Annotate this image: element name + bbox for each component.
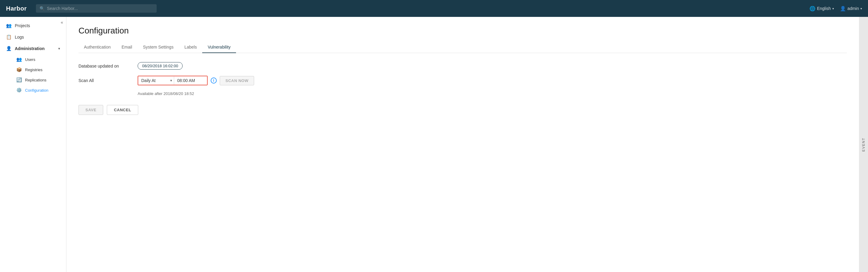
sidebar-item-logs[interactable]: 📋 Logs	[0, 31, 66, 43]
config-tabs: Authentication Email System Settings Lab…	[79, 42, 847, 53]
page-title: Configuration	[79, 26, 847, 36]
event-sidebar-tab[interactable]: EVENT	[859, 17, 868, 272]
tab-vulnerability[interactable]: Vulnerability	[202, 42, 236, 53]
top-navigation: Harbor 🔍 🌐 English ▾ 👤 admin ▾	[0, 0, 868, 17]
scan-time-input[interactable]	[174, 76, 207, 85]
app-body: « 👥 Projects 📋 Logs 👤 Administration ▾ 👥…	[0, 17, 868, 272]
users-icon: 👥	[16, 57, 22, 62]
sidebar-collapse-button[interactable]: «	[61, 20, 63, 25]
replications-icon: 🔄	[16, 77, 22, 82]
available-after-text: Available after 2018/08/20 18:52	[137, 91, 847, 96]
tab-system-settings[interactable]: System Settings	[137, 42, 179, 53]
language-label: English	[817, 6, 831, 11]
topnav-right: 🌐 English ▾ 👤 admin ▾	[809, 6, 862, 11]
user-label: admin	[847, 6, 859, 11]
sidebar-item-users-label: Users	[25, 57, 35, 62]
sidebar-item-projects-label: Projects	[15, 23, 30, 28]
scan-now-button[interactable]: SCAN NOW	[220, 76, 254, 86]
sidebar-item-configuration[interactable]: ⚙️ Configuration	[13, 85, 66, 95]
user-icon: 👤	[840, 6, 846, 11]
tab-email[interactable]: Email	[116, 42, 137, 53]
main-content: Configuration Authentication Email Syste…	[66, 17, 859, 272]
configuration-icon: ⚙️	[16, 88, 22, 93]
scan-frequency-select[interactable]: None Hourly Daily At Weekly	[138, 76, 168, 85]
language-chevron-icon: ▾	[832, 7, 834, 10]
globe-icon: 🌐	[809, 6, 815, 11]
sidebar-item-logs-label: Logs	[15, 35, 24, 39]
search-bar[interactable]: 🔍	[36, 4, 157, 13]
scan-all-row: Scan All None Hourly Daily At Weekly ▾ i…	[79, 76, 847, 86]
sidebar-item-configuration-label: Configuration	[25, 88, 48, 93]
scan-info-icon[interactable]: i	[211, 77, 217, 83]
action-buttons: SAVE CANCEL	[79, 105, 847, 115]
sidebar-item-projects[interactable]: 👥 Projects	[0, 20, 66, 31]
search-input[interactable]	[47, 6, 153, 11]
sidebar-item-replications-label: Replications	[25, 78, 46, 82]
tab-authentication[interactable]: Authentication	[79, 42, 116, 53]
scan-frequency-chevron-icon: ▾	[168, 78, 174, 82]
event-label: EVENT	[862, 137, 865, 152]
scan-all-control: None Hourly Daily At Weekly ▾ i SCAN NOW	[137, 76, 254, 86]
sidebar: « 👥 Projects 📋 Logs 👤 Administration ▾ 👥…	[0, 17, 66, 272]
language-selector[interactable]: 🌐 English ▾	[809, 6, 834, 11]
sidebar-item-replications[interactable]: 🔄 Replications	[13, 75, 66, 85]
projects-icon: 👥	[6, 23, 12, 28]
administration-chevron-icon: ▾	[58, 47, 60, 50]
scan-all-label: Scan All	[79, 78, 133, 83]
user-menu[interactable]: 👤 admin ▾	[840, 6, 862, 11]
tab-labels[interactable]: Labels	[179, 42, 202, 53]
sidebar-item-registries-label: Registries	[25, 68, 42, 72]
db-updated-value: 08/20/2018 16:02:00	[137, 62, 183, 70]
search-icon: 🔍	[39, 6, 45, 11]
user-chevron-icon: ▾	[861, 7, 862, 10]
sidebar-sub-items: 👥 Users 📦 Registries 🔄 Replications ⚙️ C…	[0, 54, 66, 95]
administration-icon: 👤	[6, 46, 12, 51]
save-button[interactable]: SAVE	[79, 105, 103, 115]
sidebar-section-administration[interactable]: 👤 Administration ▾	[0, 43, 66, 54]
sidebar-item-users[interactable]: 👥 Users	[13, 54, 66, 65]
app-logo: Harbor	[6, 5, 27, 12]
logs-icon: 📋	[6, 34, 12, 40]
db-updated-label: Database updated on	[79, 64, 133, 68]
db-updated-row: Database updated on 08/20/2018 16:02:00	[79, 62, 847, 70]
cancel-button[interactable]: CANCEL	[107, 105, 138, 115]
registries-icon: 📦	[16, 67, 22, 72]
sidebar-administration-label: Administration	[15, 46, 45, 51]
sidebar-item-registries[interactable]: 📦 Registries	[13, 65, 66, 75]
scan-select-wrapper: None Hourly Daily At Weekly ▾	[137, 76, 208, 86]
